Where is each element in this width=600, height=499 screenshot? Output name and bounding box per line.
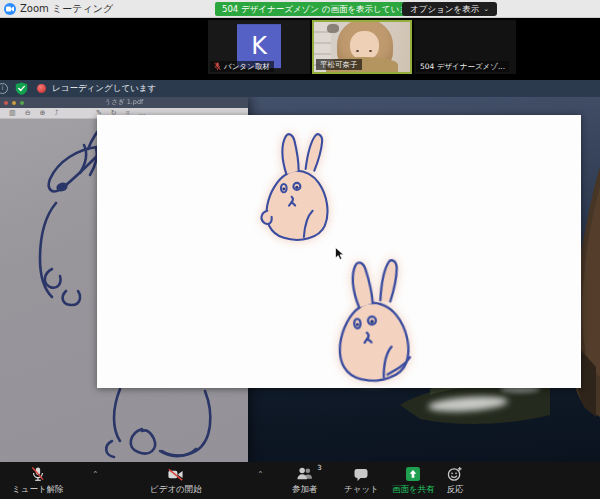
security-shield-icon[interactable] [15, 82, 28, 95]
chat-bubble-icon [352, 466, 370, 482]
background-object [327, 24, 339, 33]
shared-screen-view: うさぎ 1.pdf ▥ ⊖ ⊕ ⤴ ✎ ↻ ⌗ … [0, 97, 600, 462]
person-eye [356, 50, 359, 52]
pdf-window-titlebar[interactable]: うさぎ 1.pdf [0, 97, 248, 108]
rabbit-drawing-top [255, 123, 351, 255]
share-screen-button[interactable]: 画面を共有 [392, 466, 435, 496]
person-face [350, 31, 379, 60]
participant-name: 504 デザイナーズメゾ... [420, 61, 505, 72]
zoom-out-icon[interactable]: ⊖ [25, 109, 31, 117]
video-options-chevron-icon[interactable]: ⌃ [257, 470, 264, 479]
recording-indicator-icon [37, 84, 46, 93]
zoom-meeting-window: Zoom ミーティング 504 デザイナーズメゾン の画面を表示しています オプ… [0, 0, 600, 499]
options-button[interactable]: オプションを表示 ⌄ [402, 2, 497, 16]
person-eye [369, 50, 372, 52]
window-title: Zoom ミーティング [20, 2, 113, 16]
share-screen-icon [404, 466, 422, 482]
rabbit-drawing-bottom [321, 253, 438, 392]
reactions-label: 反応 [447, 484, 464, 496]
meeting-info-bar: i レコーディングしています [0, 80, 600, 97]
share-icon[interactable]: ⤴ [54, 109, 58, 117]
zoom-in-icon[interactable]: ⊕ [40, 109, 46, 117]
participant-name: 平松可奈子 [320, 59, 358, 70]
options-button-label: オプションを表示 [410, 2, 479, 16]
recording-status-text: レコーディングしています [52, 83, 156, 95]
window-titlebar: Zoom ミーティング 504 デザイナーズメゾン の画面を表示しています オプ… [0, 0, 600, 18]
video-off-icon [167, 466, 185, 482]
audio-options-chevron-icon[interactable]: ⌃ [92, 470, 99, 479]
unmute-button[interactable]: ミュート解除 [12, 466, 64, 496]
participant-tile-2-active-speaker[interactable]: 平松可奈子 [312, 20, 412, 74]
pdf-window-title: うさぎ 1.pdf [0, 98, 248, 107]
mic-muted-icon [214, 62, 221, 71]
chevron-down-icon: ⌄ [483, 2, 489, 16]
video-thumbnail-strip: K バンタン取材 [0, 18, 600, 80]
participants-icon: 3 [296, 466, 314, 482]
start-video-label: ビデオの開始 [150, 484, 202, 496]
participants-button[interactable]: 3 参加者 [292, 466, 318, 496]
info-icon[interactable]: i [0, 83, 8, 94]
participant-tile-3[interactable]: 504 デザイナーズメゾ... [414, 20, 516, 74]
chat-button[interactable]: チャット [344, 466, 379, 496]
meeting-control-bar: ミュート解除 ⌃ ビデオの開始 ⌃ 3 [0, 462, 600, 499]
unmute-label: ミュート解除 [12, 484, 64, 496]
sidebar-icon[interactable]: ▥ [9, 109, 16, 117]
chat-label: チャット [344, 484, 379, 496]
avatar-letter: K [251, 32, 267, 60]
share-screen-label: 画面を共有 [392, 484, 435, 496]
participant-name-tag: 平松可奈子 [316, 59, 362, 70]
screen-share-banner: 504 デザイナーズメゾン の画面を表示しています [215, 2, 424, 16]
mouse-cursor [335, 247, 344, 260]
participant-name: バンタン取材 [224, 61, 270, 72]
participant-name-tag: バンタン取材 [210, 61, 274, 72]
participant-tile-1[interactable]: K バンタン取材 [208, 20, 310, 74]
reactions-smiley-icon [446, 466, 464, 482]
start-video-button[interactable]: ビデオの開始 [150, 466, 202, 496]
participant-name-tag: 504 デザイナーズメゾ... [416, 61, 509, 72]
participants-label: 参加者 [292, 484, 318, 496]
mic-muted-icon [29, 466, 47, 482]
zoom-camera-icon [4, 3, 16, 15]
reactions-button[interactable]: 反応 [446, 466, 464, 496]
drawing-canvas[interactable] [97, 115, 581, 388]
participants-count-badge: 3 [317, 464, 321, 472]
